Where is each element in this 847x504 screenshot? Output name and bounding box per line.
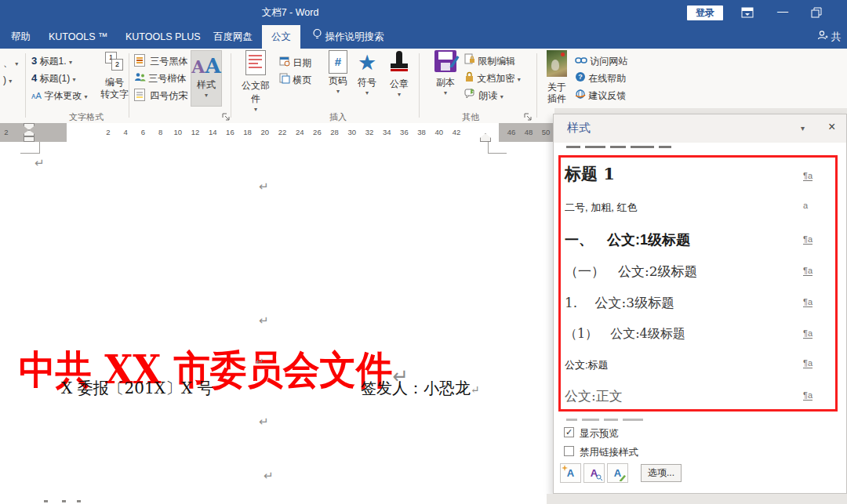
floppy-disk-icon (434, 50, 456, 72)
divider (129, 53, 129, 118)
clipped-style-button-1[interactable]: 、 ▾ (3, 55, 18, 71)
margin-crop-mark (488, 142, 489, 154)
lock-icon (464, 71, 474, 87)
ribbon-display-options-icon[interactable] (741, 7, 754, 21)
tab-baidu-netdisk[interactable]: 百度网盘 (204, 25, 262, 49)
divider (419, 53, 420, 118)
style-item-heading1[interactable]: 标题 1 (565, 163, 615, 185)
ruler[interactable]: 2246810121416182022242628303234363840424… (0, 123, 554, 142)
style-item-level3[interactable]: 1. 公文:3级标题 (565, 294, 674, 312)
read-aloud-button[interactable]: 朗读 ▾ (464, 88, 503, 103)
seal-button[interactable]: 公章 ▾ (384, 50, 415, 107)
font-change-icon: ᴀA (31, 91, 42, 100)
style-item-level1[interactable]: 一、 公文:1级标题 (565, 230, 690, 249)
copy-button[interactable]: 副本 ▾ (430, 50, 461, 107)
share-button[interactable]: 共享 (817, 25, 847, 49)
font-preset-kaiti-button[interactable]: 三号楷体 (134, 71, 186, 86)
title-bar: 文档7 - Word 登录 — (0, 0, 847, 25)
feedback-button[interactable]: 建议反馈 (575, 88, 626, 103)
text-format-dialog-launcher[interactable] (222, 113, 231, 121)
clipped-text-fragment (62, 500, 66, 502)
tab-gongwen-active[interactable]: 公文 (262, 25, 300, 49)
divider (231, 53, 231, 118)
numbering-to-text-icon: 1 2 (104, 50, 125, 72)
heading4-button[interactable]: 4 标题(1) ▾ (31, 71, 76, 86)
numbering-to-text-button[interactable]: 1 2 编号 转文字 (99, 50, 130, 107)
style-mark: a (803, 201, 808, 210)
show-preview-label: 显示预览 (580, 427, 619, 441)
style-mark: ¶a (803, 328, 812, 339)
document-ref-number[interactable]: X 委报〔201X〕X 号 (61, 378, 213, 399)
help-icon: ? (575, 71, 586, 87)
tell-me-search[interactable]: 操作说明搜索 (312, 25, 384, 49)
heading3-button[interactable]: 3 标题1. ▾ (31, 53, 72, 69)
page-number-button[interactable]: # 页码 ▾ (322, 50, 354, 107)
left-indent-marker[interactable] (24, 136, 35, 142)
online-help-button[interactable]: ? 在线帮助 (575, 71, 626, 86)
document-icon (134, 54, 145, 67)
login-button[interactable]: 登录 (687, 5, 723, 20)
show-preview-checkbox[interactable]: ✓ (564, 427, 574, 437)
people-icon (134, 71, 146, 87)
page-number-icon: # (329, 50, 347, 74)
close-icon[interactable]: × (828, 120, 835, 134)
group-label-insert: 插入 (329, 111, 347, 123)
manage-styles-button[interactable]: A (607, 463, 628, 483)
group-label-other: 其他 (462, 111, 479, 123)
visit-website-button[interactable]: 访问网站 (575, 53, 627, 69)
clipped-text-fragment (77, 500, 81, 502)
style-item-level4[interactable]: （1） 公文:4级标题 (565, 326, 685, 343)
style-mark: ¶a (803, 171, 812, 181)
style-inspector-button[interactable]: A (583, 463, 605, 483)
clipped-style-button-2[interactable]: ) ▾ (3, 72, 12, 88)
disable-linked-styles-checkbox[interactable] (564, 446, 574, 456)
symbol-button[interactable]: ★ 符号 ▾ (351, 50, 383, 107)
style-mark: ¶a (803, 358, 812, 368)
minimize-icon[interactable]: — (777, 5, 788, 17)
background-strip (547, 494, 847, 504)
styles-task-pane: 样式 ▾ × 标题 1 ¶a 二号, 加粗, 红色 a 一、 公文:1级标题 ¶… (553, 114, 847, 494)
paragraph-mark: ↵ (259, 314, 269, 328)
tab-kutools-plus[interactable]: KUTOOLS PLUS (116, 25, 210, 49)
landscape-page-button[interactable]: 横页 (279, 72, 311, 88)
style-item-doc-title[interactable]: 公文:标题 (565, 358, 609, 372)
paragraph-mark: ↵ (256, 356, 264, 368)
font-preset-heiti-button[interactable]: 三号黑体 (134, 53, 187, 69)
doc-parts-button[interactable]: 公文部件 ▾ (238, 50, 274, 107)
speech-play-icon (464, 89, 476, 104)
tab-help[interactable]: 帮助 (2, 25, 40, 49)
restrict-editing-button[interactable]: 限制编辑 (464, 53, 515, 69)
style-mark: ¶a (803, 234, 812, 245)
font-change-button[interactable]: ᴀA 字体更改 ▾ (31, 88, 88, 103)
options-button[interactable]: 选项... (641, 464, 682, 482)
document-area[interactable]: 2246810121416182022242628303234363840424… (0, 123, 554, 504)
style-item-body[interactable]: 公文:正文 (565, 387, 623, 405)
right-indent-marker[interactable] (480, 133, 491, 142)
tab-kutools[interactable]: KUTOOLS ™ (39, 25, 117, 49)
restore-icon[interactable] (811, 7, 822, 21)
new-style-button[interactable]: A (560, 463, 581, 483)
other-dialog-launcher[interactable] (524, 113, 533, 121)
encrypt-document-button[interactable]: 文档加密 ▾ (464, 71, 521, 86)
doc-parts-icon (245, 50, 266, 75)
page-lock-icon (464, 53, 475, 70)
calendar-icon (279, 56, 290, 71)
style-item-level2[interactable]: （一） 公文:2级标题 (565, 263, 698, 281)
document-signer[interactable]: 签发人：小恐龙↵ (361, 378, 480, 399)
style-mark: ¶a (803, 390, 812, 401)
paragraph-mark: ↵ (35, 156, 45, 170)
chevron-down-icon[interactable]: ▾ (801, 124, 805, 132)
styles-big-button[interactable]: AA 样式 ▾ (191, 50, 222, 107)
insert-date-button[interactable]: 日期 (279, 55, 311, 71)
plugin-photo-icon (547, 50, 567, 77)
svg-text:?: ? (578, 73, 583, 81)
about-plugin-button[interactable]: 关于 插件 (542, 50, 572, 107)
star-icon: ★ (351, 50, 383, 75)
clipped-text-fragment (44, 500, 48, 502)
paragraph-mark: ↵ (264, 469, 274, 483)
paragraph-mark: ↵ (471, 383, 480, 396)
margin-crop-mark (20, 153, 39, 154)
divider (25, 53, 26, 118)
font-preset-fangsong-button[interactable]: 四号仿宋 (134, 88, 187, 103)
style-item-char-format[interactable]: 二号, 加粗, 红色 (565, 201, 637, 215)
